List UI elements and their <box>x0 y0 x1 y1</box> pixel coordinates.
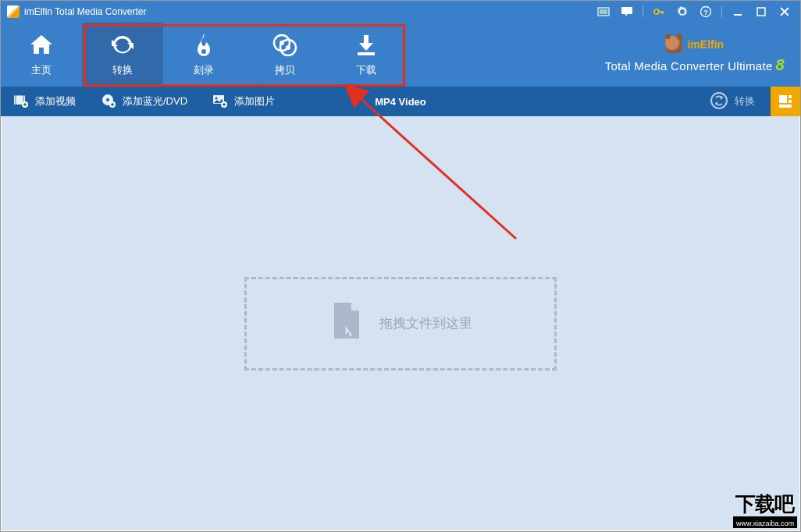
nav-home[interactable]: 主页 <box>1 23 82 87</box>
disc-add-icon <box>101 93 116 111</box>
svg-rect-5 <box>734 14 742 16</box>
home-icon <box>28 32 55 59</box>
nav-convert-label: 转换 <box>112 63 133 77</box>
app-title: imElfin Total Media Converter <box>24 6 147 17</box>
brand-name: imElfin <box>687 38 724 51</box>
convert-icon <box>109 32 136 59</box>
output-format-selector[interactable]: MP4 Video <box>375 96 426 108</box>
add-bluray-label: 添加蓝光/DVD <box>123 94 187 108</box>
key-icon[interactable] <box>651 4 667 20</box>
file-cursor-icon <box>329 301 364 346</box>
screenshot-icon[interactable] <box>596 4 611 20</box>
window-controls: ? <box>596 4 797 20</box>
dropzone[interactable]: 拖拽文件到这里 <box>244 277 557 371</box>
close-button[interactable] <box>777 4 792 20</box>
image-add-icon <box>212 93 228 111</box>
output-format-label: MP4 Video <box>375 96 426 108</box>
maximize-button[interactable] <box>753 4 769 20</box>
nav-copy-label: 拷贝 <box>275 63 295 77</box>
brand-version: 8 <box>776 56 785 74</box>
svg-point-19 <box>711 93 727 108</box>
brand-product: Total Media Converter Ultimate 8 <box>605 56 785 74</box>
nav-burn[interactable]: 刻录 <box>163 23 244 87</box>
burn-icon <box>190 32 217 59</box>
svg-rect-20 <box>779 95 787 103</box>
brand-area: imElfin Total Media Converter Ultimate 8 <box>605 23 785 87</box>
layout-icon <box>778 94 792 108</box>
watermark-url: www.xiazaiba.com <box>733 519 797 528</box>
svg-rect-6 <box>757 8 765 16</box>
watermark-text: 下载吧 <box>735 491 794 518</box>
download-icon <box>353 32 379 59</box>
mascot-icon <box>665 36 682 53</box>
svg-point-17 <box>215 97 218 99</box>
brand-logo: imElfin <box>665 36 724 53</box>
nav-convert[interactable]: 转换 <box>82 23 163 87</box>
add-bluray-button[interactable]: 添加蓝光/DVD <box>88 87 200 116</box>
add-image-label: 添加图片 <box>234 94 275 108</box>
dropzone-text: 拖拽文件到这里 <box>379 314 472 332</box>
svg-point-14 <box>106 98 109 101</box>
message-icon[interactable] <box>619 4 635 20</box>
nav-burn-label: 刻录 <box>194 63 214 77</box>
content-area: 拖拽文件到这里 <box>2 116 799 530</box>
svg-rect-21 <box>789 95 792 98</box>
main-nav: 主页 转换 刻录 拷贝 下载 imElfin Total Media Conve… <box>1 23 800 87</box>
titlebar: imElfin Total Media Converter ? <box>1 1 800 23</box>
convert-action-icon <box>710 91 728 112</box>
svg-point-2 <box>654 9 659 14</box>
svg-point-10 <box>286 45 290 50</box>
watermark: 下载吧 www.xiazaiba.com <box>733 491 797 528</box>
minimize-button[interactable] <box>730 4 746 20</box>
nav-download-label: 下载 <box>356 63 376 77</box>
help-icon[interactable]: ? <box>698 4 714 20</box>
add-image-button[interactable]: 添加图片 <box>200 87 287 116</box>
svg-text:?: ? <box>703 9 708 16</box>
nav-home-label: 主页 <box>31 63 52 77</box>
svg-rect-22 <box>789 100 792 103</box>
svg-rect-1 <box>600 9 607 14</box>
convert-button[interactable]: 转换 <box>694 87 771 116</box>
add-video-label: 添加视频 <box>35 94 76 108</box>
layout-toggle-button[interactable] <box>771 87 800 116</box>
svg-rect-23 <box>779 105 792 108</box>
gear-icon[interactable] <box>675 4 690 20</box>
app-icon <box>7 5 20 18</box>
copy-icon <box>272 32 298 59</box>
convert-button-label: 转换 <box>735 94 755 108</box>
video-add-icon <box>13 93 29 111</box>
nav-download[interactable]: 下载 <box>326 23 407 87</box>
nav-copy[interactable]: 拷贝 <box>244 23 326 87</box>
toolbar: 添加视频 添加蓝光/DVD 添加图片 MP4 Video 转换 <box>1 87 800 116</box>
add-video-button[interactable]: 添加视频 <box>1 87 88 116</box>
